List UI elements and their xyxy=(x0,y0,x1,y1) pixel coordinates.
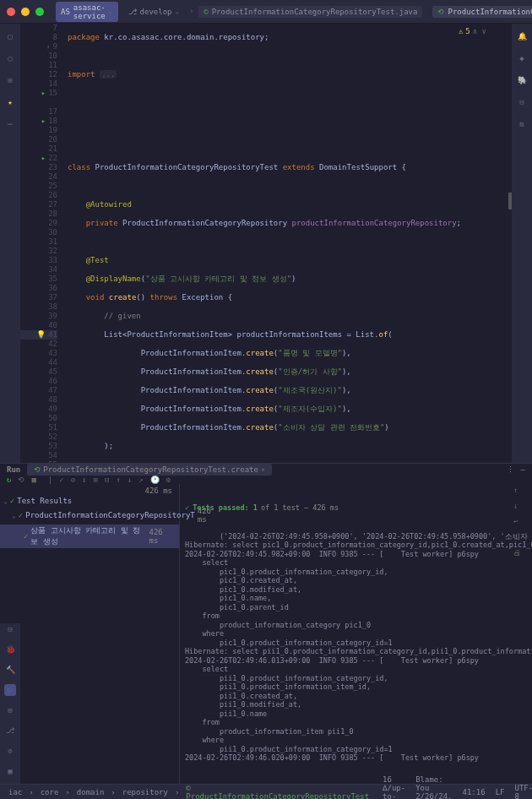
structure-icon[interactable]: ⊟ xyxy=(4,623,16,635)
test-icon: ⟲ xyxy=(34,465,41,474)
left-tool-rail: ▢ ○ ⊞ ★ ⋯ xyxy=(0,24,20,463)
rerun-failed-button[interactable]: ⟲ xyxy=(18,476,24,484)
editor-gutter: 7 8 ›9 10 11 12 14 ▸15 17 ▸18 19 20 21 ▸… xyxy=(20,24,62,463)
commit-tool-icon[interactable]: ○ xyxy=(4,52,16,64)
minimize-window-button[interactable] xyxy=(21,8,30,16)
sort-button[interactable]: ↕ xyxy=(82,476,86,484)
print-icon[interactable]: 🖨 xyxy=(513,548,529,557)
next-button[interactable]: ↓ xyxy=(128,476,132,484)
bookmark-tool-icon[interactable]: ★ xyxy=(4,96,16,108)
close-window-button[interactable] xyxy=(7,8,15,16)
project-tool-icon[interactable]: ▢ xyxy=(4,30,16,42)
prev-button[interactable]: ↑ xyxy=(116,476,120,484)
run-gutter-icon[interactable]: ▸ xyxy=(41,154,46,163)
collapse-button[interactable]: ⊟ xyxy=(105,476,109,484)
status-bar: iac› core› domain› repository› © Product… xyxy=(0,784,532,799)
run-tool-minimize[interactable]: — xyxy=(521,465,525,474)
terminal-tool-icon[interactable]: ▣ xyxy=(4,765,16,777)
tree-test[interactable]: ✓ 상품 고시사항 카테고리 및 정보 생성 426 ms xyxy=(0,525,179,548)
bottom-left-rail: ▣ ⊘ ⎇ ⊞ ▷ 🔨 🐞 ⊟ xyxy=(0,623,20,784)
run-tool-menu[interactable]: ⋮ xyxy=(507,465,514,474)
problems-tool-icon[interactable]: ⊘ xyxy=(4,745,16,757)
blame-status[interactable]: Blame: You 2/26/24, 02:46 xyxy=(412,775,455,800)
test-icon: ⟲ xyxy=(437,8,444,16)
soft-wrap-icon[interactable]: ↩ xyxy=(513,517,529,526)
chevron-right-icon: › xyxy=(189,8,193,15)
encoding[interactable]: UTF-8 xyxy=(511,784,532,800)
export-button[interactable]: ↗ xyxy=(138,476,143,484)
rerun-button[interactable]: ↻ xyxy=(7,476,11,484)
ai-tool-icon[interactable]: ◆ xyxy=(516,52,528,64)
run-toolbar: ↻ ⟲ ■ | ✓ ⊘ ↕ ⊞ ⊟ ↑ ↓ ↗ 🕐 ⚙ xyxy=(0,476,532,484)
run-tool-window: Run ⟲ ProductInformationCategoryReposito… xyxy=(0,463,532,775)
right-tool-rail: 🔔 ◆ 🐘 ⊟ m xyxy=(512,24,532,463)
structure-tool-icon[interactable]: ⊞ xyxy=(4,74,16,86)
expand-button[interactable]: ⊞ xyxy=(94,476,98,484)
java-class-icon: © xyxy=(204,8,208,16)
breadcrumb-item[interactable]: domain xyxy=(73,788,108,796)
tree-root[interactable]: ⌄✓ Test Results xyxy=(0,496,179,506)
show-ignored-button[interactable]: ⊘ xyxy=(71,476,75,484)
vcs-status[interactable]: 16 ∆/up-to-date xyxy=(379,775,409,800)
debug-tool-icon[interactable]: 🐞 xyxy=(4,644,16,655)
git-tool-icon[interactable]: ⎇ xyxy=(4,725,16,736)
scroll-down-icon[interactable]: ↓ xyxy=(513,502,529,511)
test-tree[interactable]: 426 ms ⌄✓ Test Results ⌄✓ ProductInforma… xyxy=(0,484,180,791)
cursor-position[interactable]: 41:16 xyxy=(459,788,489,796)
database-tool-icon[interactable]: ⊟ xyxy=(516,96,528,108)
editor-tab-1[interactable]: © ProductInformationCategoryRepositoryTe… xyxy=(198,6,422,18)
traffic-lights xyxy=(7,8,51,16)
breadcrumb-item[interactable]: © ProductInformationCategoryRepositoryTe… xyxy=(182,784,372,800)
run-tool-label: Run xyxy=(7,465,20,474)
settings-button[interactable]: ⚙ xyxy=(166,476,171,484)
run-tool-icon[interactable]: ▷ xyxy=(4,684,16,696)
stop-button[interactable]: ■ xyxy=(31,476,35,484)
scroll-up-icon[interactable]: ↑ xyxy=(513,486,529,495)
branch-icon: ⎇ xyxy=(128,8,137,16)
build-tool-icon[interactable]: 🔨 xyxy=(4,664,16,676)
maximize-window-button[interactable] xyxy=(35,8,44,16)
console-text: ('2024-02-26T02:49:45.958+0900', '2024-0… xyxy=(185,532,527,763)
run-gutter-icon[interactable]: ▸ xyxy=(41,117,46,126)
project-selector[interactable]: AS asasac-service ⌄ xyxy=(56,2,118,22)
run-config-selector[interactable]: ⟲ ProductInformationCategoryReposi...t.c… xyxy=(432,6,532,18)
titlebar: AS asasac-service ⌄ ⎇ develop ⌄ › © Prod… xyxy=(0,0,532,24)
tree-class[interactable]: ⌄✓ ProductInformationCategoryRepositoryT… xyxy=(0,506,179,525)
breadcrumb-item[interactable]: iac xyxy=(5,788,25,796)
branch-selector[interactable]: ⎇ develop ⌄ xyxy=(123,6,185,18)
show-passed-button[interactable]: ✓ xyxy=(59,476,63,484)
code-editor[interactable]: ⚠ 5 ∧ ∨ 7 8 ›9 10 11 12 14 ▸15 17 ▸18 19… xyxy=(20,24,512,463)
lightbulb-icon[interactable]: 💡 xyxy=(36,330,46,340)
check-icon: ✓ xyxy=(185,503,189,513)
run-tab[interactable]: ⟲ ProductInformationCategoryRepositoryTe… xyxy=(27,464,272,476)
gradle-tool-icon[interactable]: 🐘 xyxy=(516,74,528,86)
run-gutter-icon[interactable]: ▸ xyxy=(41,89,46,98)
console-output[interactable]: ✓ Tests passed: 1 of 1 test – 426 ms ('2… xyxy=(180,484,532,791)
breadcrumb-item[interactable]: repository xyxy=(119,788,171,796)
breadcrumb-item[interactable]: core xyxy=(37,788,62,796)
notifications-icon[interactable]: 🔔 xyxy=(516,30,528,42)
line-sep[interactable]: LF xyxy=(492,788,508,796)
maven-tool-icon[interactable]: m xyxy=(516,118,528,130)
more-tools-icon[interactable]: ⋯ xyxy=(4,118,16,130)
scroll-end-icon[interactable]: ⤓ xyxy=(513,533,529,542)
tree-header: 426 ms xyxy=(0,486,179,496)
minimap-indicator[interactable] xyxy=(508,193,512,209)
code-content[interactable]: package kr.co.asasac.core.domain.reposit… xyxy=(68,24,507,463)
services-tool-icon[interactable]: ⊞ xyxy=(4,704,16,716)
history-button[interactable]: 🕐 xyxy=(150,476,160,484)
